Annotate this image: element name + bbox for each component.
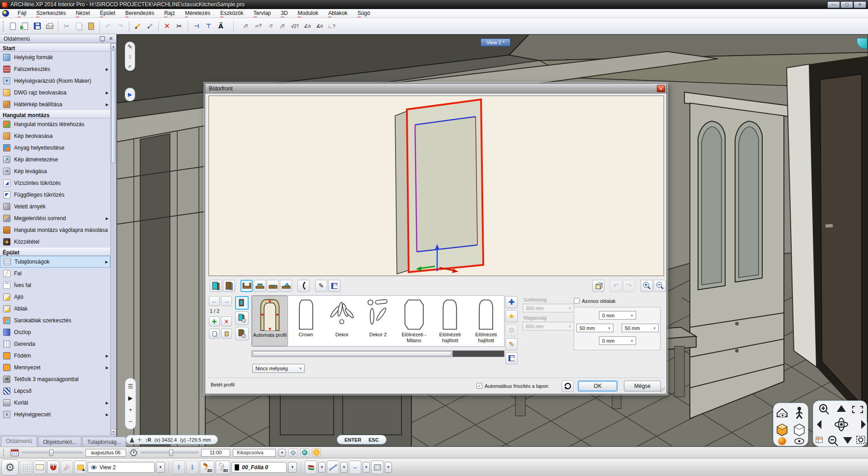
copy-button[interactable] bbox=[73, 20, 85, 32]
scroll-up-icon[interactable]: ▲ bbox=[111, 43, 116, 49]
sidebar-item[interactable]: ⊟Ablak bbox=[0, 303, 110, 315]
gallery-item[interactable]: Crown bbox=[288, 296, 324, 346]
view-selector[interactable]: View 2 bbox=[88, 462, 155, 473]
pin-icon[interactable] bbox=[100, 36, 105, 41]
sketch-pencil-icon[interactable]: ✎ bbox=[127, 44, 132, 50]
measure-point-button[interactable]: ∙? bbox=[265, 20, 276, 32]
shaded-cube-icon[interactable] bbox=[777, 424, 787, 436]
dialog-zoom-in-button[interactable] bbox=[641, 280, 653, 292]
move-down-button[interactable]: ⬇ bbox=[186, 461, 198, 474]
settings-button[interactable]: ⚙ bbox=[1, 459, 19, 476]
extend-to-button[interactable]: ⊣ bbox=[191, 20, 202, 32]
sidebar-item[interactable]: Hangulat montázs létrehozás bbox=[0, 118, 110, 130]
tab-tulajdonsagok[interactable]: Tulajdonság... bbox=[82, 437, 126, 447]
show-3d-button[interactable] bbox=[592, 280, 604, 292]
snap-button[interactable] bbox=[288, 448, 297, 457]
front-view-button[interactable] bbox=[235, 296, 249, 310]
offset-bottom-dropdown[interactable]: 0 mm bbox=[599, 336, 636, 345]
gallery-copy-button[interactable] bbox=[209, 329, 220, 339]
cut-button[interactable]: ✂ bbox=[61, 20, 72, 32]
line-style-button[interactable] bbox=[327, 461, 339, 474]
same-sides-checkbox[interactable] bbox=[574, 298, 580, 304]
save-button[interactable] bbox=[32, 20, 43, 32]
extend-corner-button[interactable]: ⊤ bbox=[203, 20, 214, 32]
dialog-resize-grip[interactable] bbox=[660, 387, 665, 393]
menu-szerkesztes[interactable]: Szerkesztés bbox=[31, 9, 71, 18]
open-button[interactable] bbox=[19, 20, 31, 32]
profile-groove-button[interactable] bbox=[267, 280, 279, 292]
sidebar-item[interactable]: Megjelenítési sorrend▶ bbox=[0, 212, 110, 224]
menu-3d[interactable]: 3D bbox=[276, 9, 292, 18]
pan-left-icon[interactable] bbox=[817, 420, 821, 429]
menu-rajz[interactable]: Rajz bbox=[159, 9, 180, 18]
view-selector-arrow-icon[interactable]: ▼ bbox=[156, 462, 165, 473]
globe-button[interactable] bbox=[300, 448, 309, 457]
dialog-zoom-out-button[interactable] bbox=[654, 280, 666, 292]
time-field[interactable]: 11:00 bbox=[201, 449, 230, 457]
measure-line-button[interactable]: ∕? bbox=[277, 20, 288, 32]
line-color-button[interactable] bbox=[305, 461, 317, 474]
new-document-button[interactable] bbox=[7, 20, 19, 32]
snap-magnet-button[interactable] bbox=[47, 461, 59, 474]
depth-dropdown[interactable]: Nincs mélység bbox=[252, 364, 305, 373]
zoom-minus-icon[interactable]: − bbox=[129, 419, 132, 424]
measure-distance-button[interactable]: ∕? bbox=[241, 20, 252, 32]
gallery-paste-button[interactable] bbox=[221, 329, 232, 339]
dialog-close-button[interactable]: ✕ bbox=[657, 85, 665, 92]
sidebar-item[interactable]: Födém▶ bbox=[0, 350, 110, 362]
menu-sugo[interactable]: Súgó bbox=[353, 9, 375, 18]
height-dropdown[interactable]: 600 mm bbox=[523, 322, 574, 330]
layer-selector[interactable]: 00_Fólia 0 bbox=[231, 462, 287, 473]
move-up-button[interactable]: ⬆ bbox=[173, 461, 185, 474]
menu-fajl[interactable]: Fájl bbox=[13, 9, 31, 18]
sidebar-item[interactable]: ⌒Íves fal bbox=[0, 279, 110, 291]
magnifier-icon[interactable]: ⌕ bbox=[128, 63, 132, 69]
sidebar-item[interactable]: Ajtó bbox=[0, 291, 110, 303]
sidebar-scrollbar[interactable]: ▲ ▼ bbox=[110, 43, 116, 435]
sidebar-item[interactable]: +Helyiségvarázsló (Room Maker) bbox=[0, 75, 110, 87]
width-dropdown[interactable]: 300 mm bbox=[523, 304, 574, 312]
sidebar-item[interactable]: Oszlop bbox=[0, 326, 110, 338]
front-panel-button[interactable] bbox=[210, 280, 222, 292]
esc-button[interactable]: ESC bbox=[368, 437, 379, 443]
measure-angle2-button[interactable]: ∡α bbox=[314, 20, 325, 32]
dialog-redo-button[interactable]: ↷ bbox=[623, 280, 635, 292]
menu-meretezes[interactable]: Méretezés bbox=[180, 9, 215, 18]
auto-refresh-checkbox[interactable]: ✓ bbox=[476, 383, 482, 389]
fit-view-icon[interactable] bbox=[853, 406, 863, 413]
profile-edit-button[interactable]: ✎ bbox=[505, 338, 518, 350]
print-button[interactable] bbox=[44, 20, 55, 32]
layer-selector-arrow-icon[interactable]: ▼ bbox=[288, 462, 297, 473]
tab-oldalmenu[interactable]: Oldalmenü bbox=[1, 436, 37, 447]
measure-tool-icon[interactable]: ↕ bbox=[128, 53, 132, 59]
fill-style-button[interactable] bbox=[371, 461, 383, 474]
front-panel-edge-button[interactable] bbox=[223, 280, 235, 292]
walk-house-icon[interactable] bbox=[777, 409, 787, 417]
orbit-icon[interactable] bbox=[835, 418, 848, 431]
pan-right-icon[interactable] bbox=[861, 420, 866, 429]
sidebar-item[interactable]: Lépcső bbox=[0, 385, 110, 397]
rebuild-3d-button[interactable]: 3D bbox=[216, 461, 230, 474]
sidebar-item[interactable]: 1Helyiségpecsét▶ bbox=[0, 409, 110, 420]
gallery-delete-button[interactable]: ✕ bbox=[221, 316, 232, 326]
gallery-back-button[interactable]: ← bbox=[209, 296, 220, 306]
sidebar-item[interactable]: DWG rajz beolvasása▶ bbox=[0, 87, 110, 99]
time-slider-thumb[interactable] bbox=[169, 449, 173, 456]
sidebar-item[interactable]: Háttérkép beállítása▶ bbox=[0, 99, 110, 110]
sidebar-close-icon[interactable]: ✕ bbox=[108, 36, 114, 42]
gallery-item[interactable]: Elölnézeti hajlított bbox=[468, 296, 504, 346]
maximize-button[interactable]: ▢ bbox=[840, 1, 853, 8]
menu-tervlap[interactable]: Tervlap bbox=[249, 9, 276, 18]
date-slider-thumb[interactable] bbox=[49, 449, 53, 456]
selection-button[interactable] bbox=[74, 461, 86, 474]
sidebar-item[interactable]: ◢Vízszintes tükrözés bbox=[0, 177, 110, 189]
measure-root-button[interactable]: √2? bbox=[289, 20, 301, 32]
walk-person-icon[interactable] bbox=[796, 407, 802, 419]
profile-ramp-button[interactable] bbox=[280, 280, 292, 292]
eyedropper-button[interactable] bbox=[144, 20, 156, 32]
time-slider[interactable] bbox=[141, 452, 198, 453]
view-tab[interactable]: View 2 * bbox=[481, 38, 510, 47]
sidebar-item[interactable]: Vetett árnyék bbox=[0, 201, 110, 212]
menu-eszkozok[interactable]: Eszközök bbox=[215, 9, 248, 18]
visibility-eye-icon[interactable] bbox=[795, 438, 804, 444]
